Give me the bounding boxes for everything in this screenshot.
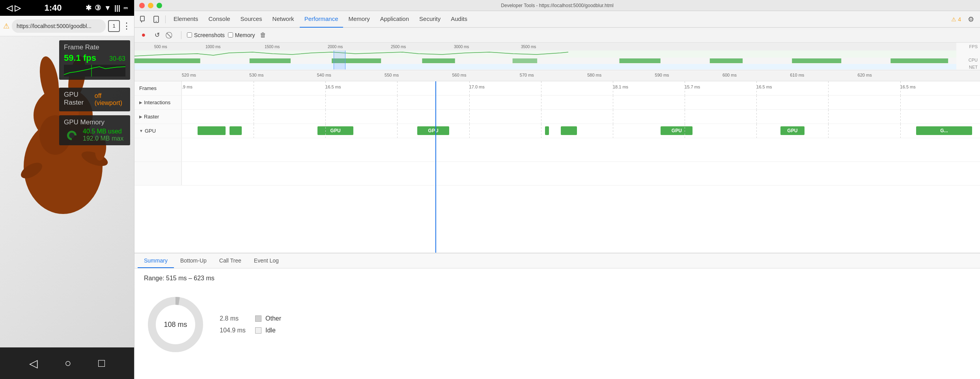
- maximize-btn[interactable]: [157, 3, 162, 8]
- legend-idle: 104.9 ms Idle: [220, 327, 281, 334]
- track-ruler-590: 590 ms: [655, 73, 669, 77]
- warning-count: 4: [958, 16, 961, 23]
- donut-center-text: 108 ms: [164, 321, 187, 329]
- tab-security[interactable]: Security: [414, 11, 445, 28]
- perf-sep-1: [181, 31, 181, 39]
- track-gpu[interactable]: ▼ GPU GPU GPU GPU GPU G...: [134, 124, 980, 138]
- detail-tab-summary[interactable]: Summary: [138, 254, 174, 268]
- tab-elements[interactable]: Elements: [169, 11, 203, 28]
- minimize-btn[interactable]: [148, 3, 153, 8]
- gpu-block-2[interactable]: [230, 126, 241, 135]
- vline-1: [254, 81, 254, 95]
- wifi-icon: ▼: [104, 4, 111, 12]
- raster-content: [182, 110, 980, 124]
- tracks-area[interactable]: Frames .9 ms 16.5 ms 17.0 ms 18.1 ms 15.…: [134, 81, 980, 253]
- memory-checkbox-label[interactable]: Memory: [228, 32, 255, 38]
- frame-ms-3: 17.0 ms: [469, 84, 485, 89]
- gpu-block-6[interactable]: [561, 126, 577, 135]
- track-frames: Frames .9 ms 16.5 ms 17.0 ms 18.1 ms 15.…: [134, 81, 980, 96]
- gpu-block-9[interactable]: G...: [916, 126, 972, 135]
- tab-network[interactable]: Network: [268, 11, 299, 28]
- warning-badge: ⚠ 4: [948, 16, 964, 23]
- gpu-raster-status: off (viewport): [95, 92, 125, 107]
- gpu-block-8[interactable]: GPU: [780, 126, 805, 135]
- close-btn[interactable]: [139, 3, 145, 8]
- tab-audits[interactable]: Audits: [446, 11, 472, 28]
- home-btn[interactable]: ○: [65, 357, 71, 370]
- mobile-content: Frame Rate 59.1 fps 30-63 GPU Raster: [0, 36, 134, 347]
- back-btn[interactable]: ◁: [29, 357, 38, 370]
- memory-label: Memory: [235, 32, 255, 38]
- track-ruler-520: 520 ms: [182, 73, 196, 77]
- gpu-block-1[interactable]: [198, 126, 226, 135]
- screenshots-checkbox-label[interactable]: Screenshots: [187, 32, 225, 38]
- raster-label[interactable]: ▶ Raster: [134, 110, 182, 124]
- memory-checkbox[interactable]: [228, 32, 233, 38]
- vline-3: [397, 81, 398, 95]
- int-vline-7: [685, 96, 685, 109]
- screenshots-label: Screenshots: [194, 32, 225, 38]
- range-label: Range: 515 ms – 623 ms: [144, 275, 281, 282]
- svg-rect-26: [134, 64, 956, 69]
- devtools: Developer Tools - https://localhost:5000…: [134, 0, 980, 379]
- recents-btn[interactable]: □: [98, 357, 105, 370]
- svg-rect-25: [890, 58, 948, 63]
- legend-other: 2.8 ms Other: [220, 315, 281, 322]
- more-btn[interactable]: ⋮: [122, 21, 131, 31]
- selection-highlight: [334, 51, 345, 69]
- svg-rect-24: [792, 58, 841, 63]
- svg-rect-21: [513, 58, 538, 63]
- nfc-icon: ③: [95, 4, 101, 12]
- tab-console[interactable]: Console: [204, 11, 235, 28]
- track-ruler-580: 580 ms: [587, 73, 601, 77]
- frame-ms-4: 18.1 ms: [613, 84, 628, 89]
- frames-content: .9 ms 16.5 ms 17.0 ms 18.1 ms 15.7 ms 16…: [182, 81, 980, 95]
- frame-ms-2: 16.5 ms: [325, 84, 341, 89]
- track-raster[interactable]: ▶ Raster: [134, 110, 980, 124]
- tab-performance[interactable]: Performance: [300, 11, 343, 28]
- tab-application[interactable]: Application: [375, 11, 414, 28]
- track-interactions[interactable]: ▶ Interactions: [134, 96, 980, 110]
- tabs-btn[interactable]: 1: [108, 20, 120, 32]
- svg-rect-20: [422, 58, 455, 63]
- gpu-block-3[interactable]: GPU: [317, 126, 353, 135]
- inspect-btn[interactable]: [138, 13, 149, 25]
- status-bar: ◁ ▷ 1:40 ✱ ③ ▼ ||| ⎓: [0, 0, 134, 16]
- fps-overview: [134, 51, 956, 58]
- int-vline-8: [756, 96, 757, 109]
- detail-tab-calltree[interactable]: Call Tree: [213, 254, 248, 268]
- toolbar-sep-1: [165, 15, 166, 23]
- screenshots-checkbox[interactable]: [187, 32, 192, 38]
- device-btn[interactable]: [150, 13, 162, 25]
- trash-btn[interactable]: 🗑: [258, 30, 268, 40]
- summary-legend: 2.8 ms Other 104.9 ms Idle: [220, 315, 281, 334]
- tab-memory[interactable]: Memory: [344, 11, 375, 28]
- svg-point-14: [156, 21, 157, 22]
- track-ruler-570: 570 ms: [520, 73, 534, 77]
- other-value: 2.8 ms: [220, 315, 251, 322]
- gpu-block-7[interactable]: GPU: [661, 126, 693, 135]
- gpu-memory-card: GPU Memory 40.5 MB used 192.0 MB max: [59, 115, 130, 145]
- tab-sources[interactable]: Sources: [236, 11, 267, 28]
- reload-btn[interactable]: ↺: [152, 30, 162, 40]
- gpu-arrow: ▼: [139, 129, 143, 133]
- gpu-label[interactable]: ▼ GPU: [134, 124, 182, 138]
- empty-content-2: [182, 162, 980, 185]
- interactions-label[interactable]: ▶ Interactions: [134, 96, 182, 109]
- gpu-content: GPU GPU GPU GPU G...: [182, 124, 980, 138]
- overview-section[interactable]: 500 ms 1000 ms 1500 ms 2000 ms 2500 ms 3…: [134, 43, 980, 70]
- record-btn[interactable]: ●: [138, 30, 149, 40]
- svg-rect-23: [710, 58, 743, 63]
- clear-recording-btn[interactable]: ⃠: [165, 30, 175, 40]
- ruler-500: 500 ms: [154, 45, 167, 49]
- summary-donut: 108 ms: [144, 293, 207, 356]
- address-bar[interactable]: https://localhost:5000/goodbl...: [12, 19, 106, 33]
- frames-label: Frames: [134, 81, 182, 95]
- frame-rate-card: Frame Rate 59.1 fps 30-63: [59, 40, 130, 80]
- detail-tab-eventlog[interactable]: Event Log: [248, 254, 285, 268]
- detail-tab-bottomup[interactable]: Bottom-Up: [174, 254, 213, 268]
- frame-ms-7: 16.5 ms: [900, 84, 916, 89]
- settings-btn[interactable]: ⚙: [965, 13, 977, 25]
- gpu-block-4[interactable]: GPU: [417, 126, 449, 135]
- gpu-block-5[interactable]: [545, 126, 549, 135]
